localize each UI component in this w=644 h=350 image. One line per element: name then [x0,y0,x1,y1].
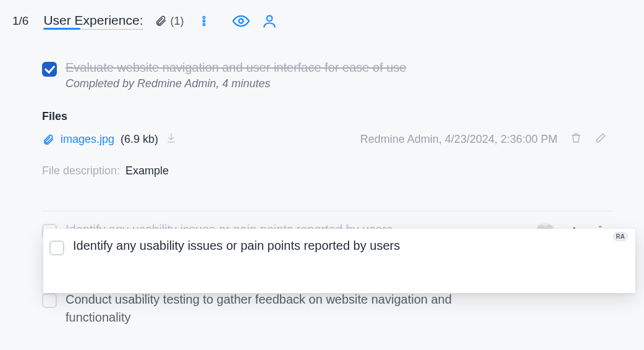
svg-point-3 [239,19,243,23]
file-row: images.jpg (6.9 kb) Redmine Admin, 4/23/… [42,132,613,147]
completed-item-title: Evaluate website navigation and user int… [66,61,406,75]
completed-item-subline: Completed by Redmine Admin, 4 minutes [66,77,406,90]
checklist-title[interactable]: User Experience: [43,13,143,30]
download-icon[interactable] [166,132,177,147]
file-description-label: File description: [42,164,120,177]
progress-count: 1/6 [12,14,32,28]
attachment-count[interactable]: (1) [155,15,184,28]
floating-item-title: Identify any usability issues or pain po… [73,239,400,253]
files-heading: Files [42,110,613,123]
checkbox-checked[interactable] [42,62,57,77]
svg-point-1 [203,20,205,22]
file-description-value: Example [125,164,169,177]
file-name[interactable]: images.jpg [61,133,114,146]
more-menu-icon[interactable] [195,12,213,30]
checklist-item: Conduct usability testing to gather feed… [42,291,617,327]
dragging-checklist-item[interactable]: Identify any usability issues or pain po… [43,229,635,293]
third-item-title: Conduct usability testing to gather feed… [66,291,461,327]
checkbox-empty[interactable] [42,293,57,308]
paperclip-icon [42,134,54,146]
file-meta: Redmine Admin, 4/23/2024, 2:36:00 PM [360,133,557,146]
divider [42,211,613,211]
file-description-row: File description: Example [42,164,613,177]
svg-point-4 [266,15,272,21]
file-size: (6.9 kb) [121,133,158,146]
edit-file-icon[interactable] [595,132,607,147]
attachment-count-text: (1) [171,15,184,28]
watch-icon[interactable] [232,12,250,30]
paperclip-icon [155,15,167,27]
delete-file-icon[interactable] [570,132,582,147]
assignee-icon[interactable] [261,12,278,30]
checklist-header: 1/6 User Experience: (1) [12,12,644,30]
checkbox-empty[interactable] [49,241,64,255]
svg-point-2 [203,23,205,25]
checklist-item-completed: Evaluate website navigation and user int… [42,61,613,90]
avatar-initials: RA [613,232,628,241]
svg-point-0 [203,17,205,19]
